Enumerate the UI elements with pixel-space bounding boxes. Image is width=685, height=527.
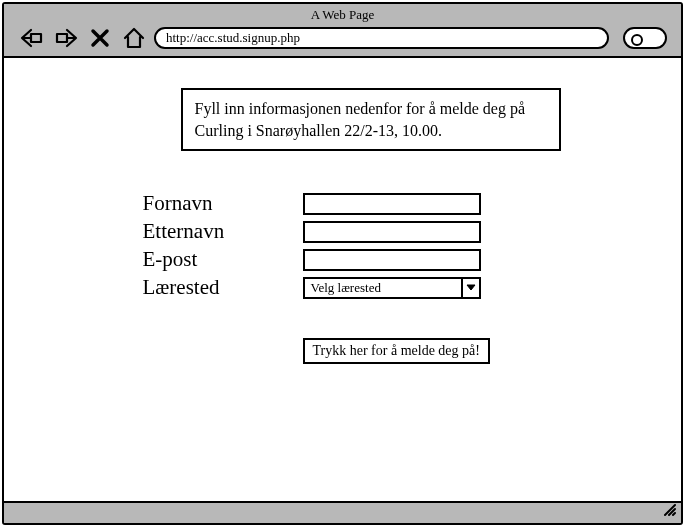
instructions-box: Fyll inn informasjonen nedenfor for å me… xyxy=(181,88,561,151)
row-fornavn: Fornavn xyxy=(143,191,563,216)
resize-grip-icon[interactable] xyxy=(661,501,677,521)
submit-row: Trykk her for å melde deg på! xyxy=(303,338,563,364)
url-input[interactable]: http://acc.stud.signup.php xyxy=(154,27,609,49)
label-fornavn: Fornavn xyxy=(143,191,303,216)
search-button[interactable] xyxy=(623,27,667,49)
input-etternavn[interactable] xyxy=(303,221,481,243)
select-laerested[interactable]: Velg lærested xyxy=(303,277,481,299)
input-epost[interactable] xyxy=(303,249,481,271)
row-etternavn: Etternavn xyxy=(143,219,563,244)
input-fornavn[interactable] xyxy=(303,193,481,215)
titlebar: A Web Page http://acc.stud.signup.php xyxy=(4,4,681,58)
window-title: A Web Page xyxy=(4,6,681,26)
signup-form: Fornavn Etternavn E-post Lærested Velg l… xyxy=(143,191,563,364)
chevron-down-icon xyxy=(461,279,479,297)
label-laerested: Lærested xyxy=(143,275,303,300)
submit-button[interactable]: Trykk her for å melde deg på! xyxy=(303,338,490,364)
url-text: http://acc.stud.signup.php xyxy=(166,29,300,47)
select-value: Velg lærested xyxy=(311,280,381,296)
home-button[interactable] xyxy=(120,26,148,50)
label-etternavn: Etternavn xyxy=(143,219,303,244)
stop-button[interactable] xyxy=(86,26,114,50)
statusbar xyxy=(4,501,681,523)
toolbar: http://acc.stud.signup.php xyxy=(4,26,681,50)
forward-button[interactable] xyxy=(52,26,80,50)
row-laerested: Lærested Velg lærested xyxy=(143,275,563,300)
label-epost: E-post xyxy=(143,247,303,272)
back-button[interactable] xyxy=(18,26,46,50)
browser-window: A Web Page http://acc.stud.signup.php Fy… xyxy=(2,2,683,525)
page-content: Fyll inn informasjonen nedenfor for å me… xyxy=(4,58,681,501)
row-epost: E-post xyxy=(143,247,563,272)
